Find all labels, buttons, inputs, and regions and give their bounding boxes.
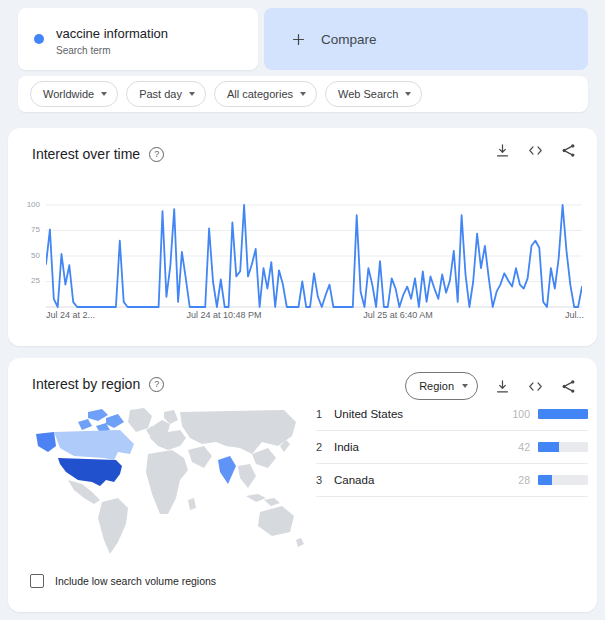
chevron-down-icon xyxy=(462,384,468,388)
search-term-type: Search term xyxy=(56,45,110,56)
search-term-card[interactable]: vaccine information Search term xyxy=(18,8,258,70)
region-bar xyxy=(538,409,588,419)
filter-geo-label: Worldwide xyxy=(43,88,94,100)
help-icon[interactable]: ? xyxy=(149,377,164,392)
interest-over-time-card: Interest over time ? 100 75 50 25 Jul 24… xyxy=(8,128,597,346)
download-icon[interactable] xyxy=(494,142,511,159)
country-india xyxy=(218,456,236,484)
chevron-down-icon xyxy=(405,92,411,96)
filter-search-type[interactable]: Web Search xyxy=(325,81,422,107)
trend-line-svg xyxy=(46,202,582,309)
checkbox-icon xyxy=(30,574,44,588)
region-rank: 2 xyxy=(316,441,334,453)
y-axis-tick: 25 xyxy=(20,276,40,285)
country-canada-islands xyxy=(78,419,92,430)
include-low-volume-checkbox[interactable]: Include low search volume regions xyxy=(30,574,216,588)
help-icon[interactable]: ? xyxy=(149,147,164,162)
country-indonesia xyxy=(264,498,280,506)
filter-time-label: Past day xyxy=(139,88,182,100)
x-axis-label: Jul 25 at 6:40 AM xyxy=(363,310,433,320)
region-rank: 3 xyxy=(316,474,334,486)
country-madagascar xyxy=(188,498,196,510)
country-mexico xyxy=(68,480,100,504)
x-axis-label: Jul 24 at 2... xyxy=(46,310,95,320)
compare-label: Compare xyxy=(321,32,377,47)
share-icon[interactable] xyxy=(560,378,577,395)
continent-africa xyxy=(146,450,188,514)
filter-geo[interactable]: Worldwide xyxy=(30,81,118,107)
country-australia xyxy=(258,506,294,536)
country-canada-islands xyxy=(106,414,124,428)
region-row: 2 India 42 xyxy=(316,431,588,464)
region-name: United States xyxy=(334,408,502,420)
region-value: 28 xyxy=(502,474,530,486)
continent-europe xyxy=(150,420,186,450)
region-list: 1 United States 100 2 India 42 3 Canada … xyxy=(316,398,588,497)
region-rank: 1 xyxy=(316,408,334,420)
filter-search-type-label: Web Search xyxy=(338,88,398,100)
state-alaska xyxy=(36,432,56,452)
search-term-text: vaccine information xyxy=(56,26,168,41)
region-name: India xyxy=(334,441,502,453)
interest-by-region-title: Interest by region xyxy=(32,376,140,392)
y-axis-tick: 75 xyxy=(20,225,40,234)
x-axis-label: Jul 24 at 10:48 PM xyxy=(186,310,261,320)
region-scandinavia xyxy=(164,410,178,424)
world-map[interactable] xyxy=(30,402,306,562)
download-icon[interactable] xyxy=(494,378,511,395)
country-canada-islands xyxy=(88,409,108,421)
region-east-asia xyxy=(252,448,276,468)
y-axis-tick: 50 xyxy=(20,251,40,260)
interest-by-region-card: Interest by region ? Region xyxy=(8,358,597,612)
filter-bar: Worldwide Past day All categories Web Se… xyxy=(18,76,588,112)
region-row: 3 Canada 28 xyxy=(316,464,588,497)
region-bar xyxy=(538,475,588,485)
filter-category-label: All categories xyxy=(227,88,293,100)
share-icon[interactable] xyxy=(560,142,577,159)
filter-time[interactable]: Past day xyxy=(126,81,206,107)
y-axis-tick: 100 xyxy=(20,200,40,209)
region-dropdown-label: Region xyxy=(419,380,454,392)
country-new-zealand xyxy=(296,538,304,547)
region-row: 1 United States 100 xyxy=(316,398,588,431)
x-axis-label: Jul... xyxy=(565,310,584,320)
region-value: 42 xyxy=(502,441,530,453)
chevron-down-icon xyxy=(300,92,306,96)
region-middle-east xyxy=(188,446,212,468)
region-southeast-asia xyxy=(238,464,256,488)
continent-asia xyxy=(180,410,296,454)
chevron-down-icon xyxy=(189,92,195,96)
country-indonesia xyxy=(246,494,266,502)
embed-code-icon[interactable] xyxy=(527,378,544,395)
filter-category[interactable]: All categories xyxy=(214,81,317,107)
compare-button[interactable]: Compare xyxy=(264,8,588,70)
country-united-states xyxy=(58,458,122,486)
country-greenland xyxy=(128,408,152,432)
region-bar xyxy=(538,442,588,452)
checkbox-label: Include low search volume regions xyxy=(55,575,216,587)
chevron-down-icon xyxy=(101,92,107,96)
trend-chart[interactable]: 100 75 50 25 Jul 24 at 2... Jul 24 at 10… xyxy=(20,202,586,324)
region-value: 100 xyxy=(502,408,530,420)
term-color-dot xyxy=(34,34,44,44)
plus-icon xyxy=(290,31,307,48)
region-dropdown[interactable]: Region xyxy=(405,372,478,400)
embed-code-icon[interactable] xyxy=(527,142,544,159)
continent-south-america xyxy=(98,498,128,554)
country-canada xyxy=(54,430,134,460)
interest-over-time-title: Interest over time xyxy=(32,146,140,162)
region-name: Canada xyxy=(334,474,502,486)
